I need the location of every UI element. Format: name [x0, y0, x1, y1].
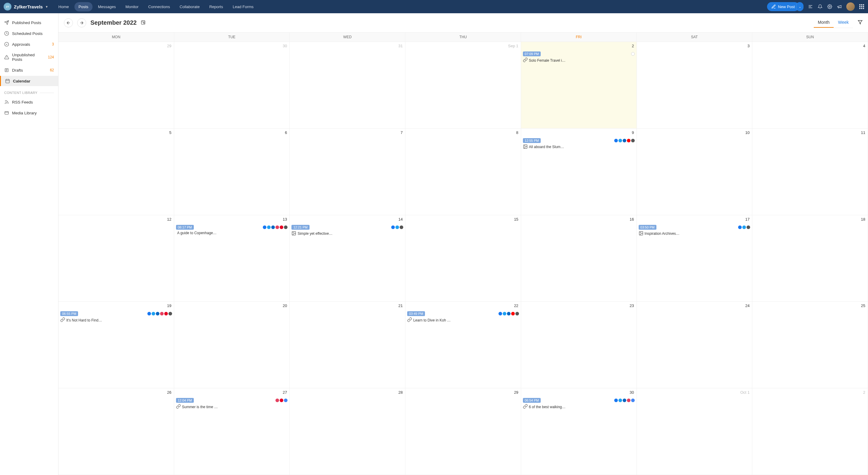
- calendar-cell[interactable]: 30 06:54 PM 6 of the best walking…: [521, 388, 637, 475]
- calendar-cell[interactable]: 3: [637, 42, 752, 128]
- calendar-cell[interactable]: 30: [174, 42, 290, 128]
- calendar-cell[interactable]: 11: [752, 129, 868, 215]
- calendar-cell[interactable]: 31: [290, 42, 405, 128]
- header: ZT ZylkerTravels ▼ HomePostsMessagesMoni…: [0, 0, 868, 13]
- list-icon[interactable]: [808, 4, 813, 9]
- view-tab-month[interactable]: Month: [814, 18, 834, 28]
- calendar-cell[interactable]: Sep 1: [405, 42, 521, 128]
- nav-item-collaborate[interactable]: Collaborate: [176, 2, 204, 11]
- calendar-cell[interactable]: 15: [405, 215, 521, 302]
- brand-switcher[interactable]: ZT ZylkerTravels ▼: [4, 3, 48, 10]
- calendar-cell[interactable]: Oct 1: [637, 388, 752, 475]
- next-month-button[interactable]: [77, 19, 86, 27]
- nav-item-posts[interactable]: Posts: [74, 2, 93, 11]
- calendar-cell[interactable]: 25: [752, 302, 868, 388]
- bell-icon[interactable]: [817, 4, 823, 9]
- calendar-date: 15: [514, 217, 518, 222]
- calendar-cell[interactable]: 2 07:09 PM Solo Female Travel i…: [521, 42, 637, 128]
- nav-item-messages[interactable]: Messages: [94, 2, 120, 11]
- sidebar-item-rss-feeds[interactable]: RSS Feeds: [0, 97, 58, 107]
- nav-item-reports[interactable]: Reports: [205, 2, 227, 11]
- calendar-row: 56789 12:55 PM All aboard the Slum… 1011: [59, 129, 868, 215]
- calendar-event[interactable]: 08:17 PM A guide to Copenhage…: [176, 225, 288, 235]
- calendar-cell[interactable]: 20: [174, 302, 290, 388]
- sidebar-item-label: Approvals: [12, 42, 30, 47]
- sidebar-item-label: Drafts: [12, 68, 23, 72]
- calendar-cell[interactable]: 29: [405, 388, 521, 475]
- month-title: September 2022: [90, 19, 136, 26]
- calendar-cell[interactable]: 18: [752, 215, 868, 302]
- image-icon: [639, 231, 644, 237]
- calendar-event[interactable]: 03:50 PM Inspiration Archives…: [639, 225, 750, 237]
- header-right: New Post ⌄: [767, 2, 864, 11]
- calendar-cell[interactable]: 2: [752, 388, 868, 475]
- calendar-cell[interactable]: 28: [290, 388, 405, 475]
- event-networks: [147, 312, 172, 315]
- calendar-cell[interactable]: 13 08:17 PM A guide to Copenhage…: [174, 215, 290, 302]
- calendar-cell[interactable]: 24: [637, 302, 752, 388]
- view-tab-week[interactable]: Week: [834, 18, 853, 28]
- event-title: Inspiration Archives…: [645, 232, 680, 236]
- calendar-cell[interactable]: 23: [521, 302, 637, 388]
- calendar-cell[interactable]: 19 06:55 PM It's Not Hard to Find…: [59, 302, 174, 388]
- calendar-event[interactable]: 12:21 PM Simple yet effective…: [291, 225, 403, 237]
- calendar-cell[interactable]: 8: [405, 129, 521, 215]
- event-networks: [263, 226, 287, 229]
- sidebar-item-drafts[interactable]: Drafts62: [0, 65, 58, 75]
- gear-icon[interactable]: [827, 4, 832, 9]
- nav-item-lead-forms[interactable]: Lead Forms: [228, 2, 258, 11]
- calendar-cell[interactable]: 4: [752, 42, 868, 128]
- calendar-date: 5: [169, 130, 171, 135]
- sidebar-item-scheduled-posts[interactable]: Scheduled Posts: [0, 28, 58, 38]
- calendar-day-header: THU: [405, 33, 521, 41]
- calendar-cell[interactable]: 26: [59, 388, 174, 475]
- apps-icon[interactable]: [859, 4, 864, 9]
- calendar-event[interactable]: 12:04 PM Summer is the time …: [176, 398, 288, 410]
- sidebar-item-approvals[interactable]: Approvals3: [0, 39, 58, 49]
- calendar-date: 28: [398, 390, 403, 395]
- megaphone-icon[interactable]: [837, 4, 842, 9]
- calendar-cell[interactable]: 17 03:50 PM Inspiration Archives…: [637, 215, 752, 302]
- event-title: All aboard the Slum…: [529, 145, 564, 149]
- calendar-cell[interactable]: 29: [59, 42, 174, 128]
- calendar-cell[interactable]: 27 12:04 PM Summer is the time …: [174, 388, 290, 475]
- sidebar-item-unpublished-posts[interactable]: Unpublished Posts124: [0, 50, 58, 64]
- calendar-cell[interactable]: 14 12:21 PM Simple yet effective…: [290, 215, 405, 302]
- calendar-date: 23: [629, 303, 634, 308]
- calendar-event[interactable]: 12:55 PM All aboard the Slum…: [523, 138, 635, 150]
- prev-month-button[interactable]: [64, 19, 73, 27]
- calendar-event[interactable]: 06:54 PM 6 of the best walking…: [523, 398, 635, 410]
- calendar-date: 12: [167, 217, 171, 222]
- calendar-cell[interactable]: 21: [290, 302, 405, 388]
- calendar-cell[interactable]: 7: [290, 129, 405, 215]
- calendar-cell[interactable]: 12: [59, 215, 174, 302]
- calendar-event[interactable]: 07:09 PM Solo Female Travel i…: [523, 52, 635, 63]
- sidebar-item-calendar[interactable]: Calendar: [0, 76, 58, 86]
- calendar-cell[interactable]: 5: [59, 129, 174, 215]
- sidebar-item-published-posts[interactable]: Published Posts: [0, 18, 58, 28]
- sidebar: Published PostsScheduled PostsApprovals3…: [0, 13, 59, 475]
- nav-item-monitor[interactable]: Monitor: [121, 2, 143, 11]
- network-icon-li: [623, 399, 626, 402]
- calendar-search-icon[interactable]: [141, 20, 146, 26]
- network-icon-fb: [263, 226, 267, 229]
- event-networks: [631, 52, 635, 56]
- calendar-event[interactable]: 03:49 PM Learn to Dive in Koh …: [407, 311, 519, 323]
- avatar[interactable]: [846, 2, 855, 11]
- nav-item-home[interactable]: Home: [54, 2, 73, 11]
- calendar-cell[interactable]: 6: [174, 129, 290, 215]
- network-icon-gmb: [631, 52, 635, 56]
- new-post-button[interactable]: New Post: [767, 2, 799, 11]
- calendar-date: 10: [745, 130, 749, 135]
- calendar-cell[interactable]: 16: [521, 215, 637, 302]
- calendar-day-header: TUE: [174, 33, 290, 41]
- network-icon-tk: [631, 139, 635, 142]
- new-post-dropdown[interactable]: ⌄: [796, 2, 804, 11]
- sidebar-item-media-library[interactable]: Media Library: [0, 108, 58, 118]
- filter-icon[interactable]: [858, 20, 863, 26]
- calendar-event[interactable]: 06:55 PM It's Not Hard to Find…: [60, 311, 172, 323]
- calendar-cell[interactable]: 10: [637, 129, 752, 215]
- calendar-cell[interactable]: 9 12:55 PM All aboard the Slum…: [521, 129, 637, 215]
- calendar-cell[interactable]: 22 03:49 PM Learn to Dive in Koh …: [405, 302, 521, 388]
- nav-item-connections[interactable]: Connections: [144, 2, 174, 11]
